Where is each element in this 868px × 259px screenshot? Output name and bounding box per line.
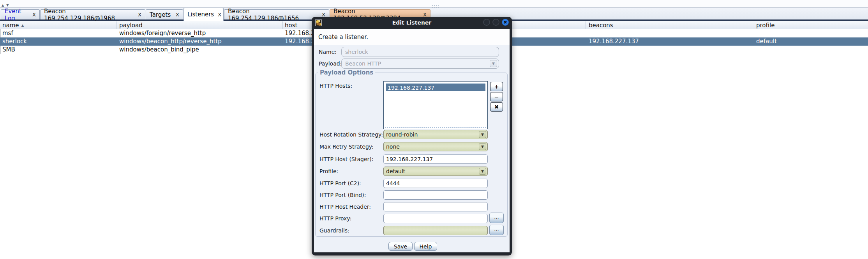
host-rotation-value: round-robin (386, 131, 418, 138)
column-header-name[interactable]: name▲ (2, 22, 24, 29)
column-header-host[interactable]: host (285, 22, 297, 29)
dialog-message: Create a listener. (314, 29, 510, 45)
splitter-collapse-icons[interactable]: ▲▼ (2, 4, 11, 7)
close-button[interactable]: ✖ (502, 19, 509, 26)
tab-label: Listeners (187, 11, 214, 18)
sort-ascending-icon: ▲ (21, 23, 24, 27)
help-button[interactable]: Help (414, 242, 437, 251)
profile-label: Profile: (319, 168, 338, 174)
chevron-down-icon[interactable]: ▼ (479, 131, 486, 138)
guardrails-field (383, 226, 488, 235)
tab-listeners[interactable]: Listeners X (183, 8, 224, 21)
port-c2-input[interactable] (383, 179, 488, 188)
edit-listener-dialog: Edit Listener ✖ Create a listener. Name:… (312, 17, 512, 255)
tab-label: Event Log (5, 8, 28, 22)
splitter-strip: ▲▼ (0, 0, 868, 8)
profile-select[interactable]: default ▼ (383, 167, 488, 176)
name-label: Name: (319, 49, 337, 55)
column-header-payload[interactable]: payload (119, 22, 143, 29)
tab-label: Beacon 169.254.129.186@1656 (228, 8, 318, 22)
max-retry-value: none (386, 144, 400, 150)
tab-event-log[interactable]: Event Log X (1, 9, 40, 20)
host-header-label: HTTP Host Header: (319, 204, 371, 210)
remove-host-button[interactable]: − (490, 92, 503, 101)
cell-name: sherlock (2, 38, 27, 45)
payload-options-legend: Payload Options (318, 69, 375, 76)
http-hosts-label: HTTP Hosts: (319, 83, 352, 89)
dialog-titlebar[interactable]: Edit Listener ✖ (312, 17, 512, 29)
minimize-button[interactable] (483, 19, 490, 26)
splitter-grip-icon[interactable] (432, 5, 440, 7)
tab-targets[interactable]: Targets X (146, 9, 183, 20)
dialog-content: Create a listener. Name: sherlock Payloa… (314, 29, 510, 252)
cell-payload: windows/foreign/reverse_http (119, 30, 206, 37)
guardrails-label: Guardrails: (319, 227, 349, 234)
splitter-down-icon[interactable]: ▼ (6, 4, 11, 7)
column-header-profile[interactable]: profile (756, 22, 774, 29)
guardrails-browse-button[interactable]: ... (489, 225, 504, 235)
tab-close-icon[interactable]: X (218, 12, 221, 18)
cell-payload: windows/beacon_http/reverse_http (119, 38, 222, 45)
max-retry-label: Max Retry Strategy: (319, 144, 374, 150)
http-hosts-list: 192.168.227.137 (385, 83, 486, 128)
tab-label: Beacon 169.254.129.186@1968 (44, 8, 134, 22)
proxy-browse-button[interactable]: ... (489, 213, 504, 223)
button-bar-divider (314, 239, 510, 239)
cell-payload: windows/beacon_bind_pipe (119, 46, 199, 53)
tab-label: Targets (150, 11, 171, 18)
add-host-button[interactable]: + (490, 82, 503, 91)
list-item[interactable]: 192.168.227.137 (386, 83, 485, 91)
cell-beacons: 192.168.227.137 (589, 38, 639, 45)
chevron-down-icon[interactable]: ▼ (479, 143, 486, 150)
column-separator (282, 21, 283, 29)
column-separator (586, 21, 586, 29)
cell-profile: default (756, 38, 777, 45)
host-header-input[interactable] (383, 202, 488, 211)
payload-combobox: Beacon HTTP ▼ (341, 59, 499, 69)
cell-name: msf (2, 30, 13, 37)
splitter-up-icon[interactable]: ▲ (2, 4, 6, 7)
payload-label: Payload: (319, 60, 342, 67)
host-rotation-label: Host Rotation Strategy: (319, 131, 383, 138)
host-rotation-select[interactable]: round-robin ▼ (383, 130, 488, 139)
tab-close-icon[interactable]: X (138, 12, 141, 18)
column-header-beacons[interactable]: beacons (589, 22, 613, 29)
port-bind-input[interactable] (383, 190, 488, 200)
maximize-button[interactable] (492, 19, 499, 26)
max-retry-select[interactable]: none ▼ (383, 142, 488, 151)
app-window: ▲▼ Event Log X Beacon 169.254.129.186@19… (0, 0, 868, 259)
port-c2-label: HTTP Port (C2): (319, 180, 361, 186)
proxy-label: HTTP Proxy: (319, 215, 351, 222)
cell-name: SMB (2, 46, 15, 53)
tab-beacon-1968[interactable]: Beacon 169.254.129.186@1968 X (40, 9, 145, 20)
cell-host: 192.168.2 (285, 30, 314, 37)
cell-host: 192.168.2 (285, 38, 314, 45)
chevron-down-icon: ▼ (490, 60, 497, 67)
save-button[interactable]: Save (388, 242, 413, 251)
name-field: sherlock (341, 47, 499, 57)
payload-value: Beacon HTTP (345, 60, 381, 67)
http-hosts-listbox[interactable]: 192.168.227.137 (383, 81, 488, 129)
column-separator (116, 21, 116, 29)
dialog-title: Edit Listener (312, 20, 512, 26)
tab-close-icon[interactable]: X (176, 12, 179, 18)
clear-hosts-button[interactable]: ✖ (490, 102, 503, 112)
port-bind-label: HTTP Port (Bind): (319, 192, 366, 198)
profile-value: default (386, 168, 405, 174)
stager-host-label: HTTP Host (Stager): (319, 156, 373, 162)
stager-host-input[interactable] (383, 154, 488, 164)
proxy-input[interactable] (383, 214, 488, 223)
chevron-down-icon[interactable]: ▼ (479, 168, 486, 175)
column-separator (754, 21, 754, 29)
tab-close-icon[interactable]: X (32, 12, 36, 18)
